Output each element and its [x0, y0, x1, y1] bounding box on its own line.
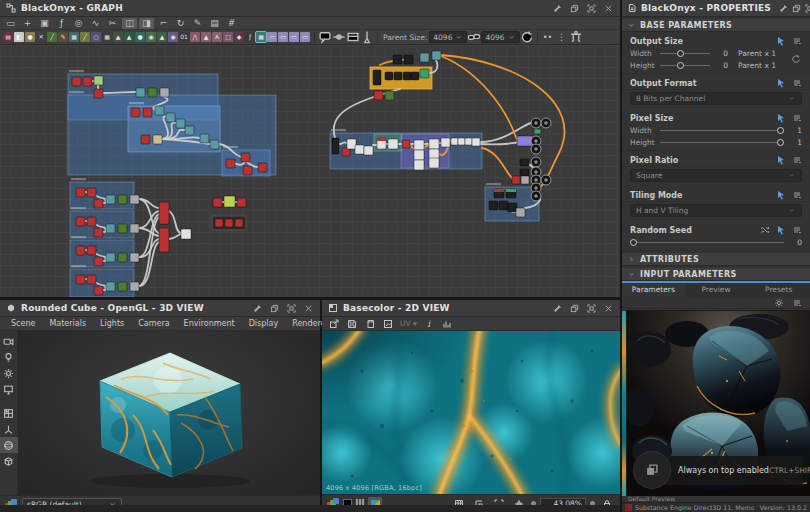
image-transform-icon[interactable] — [380, 318, 396, 330]
graph-node[interactable] — [385, 91, 394, 100]
graph-node[interactable] — [94, 257, 103, 266]
parameter-menu-icon[interactable] — [792, 78, 802, 88]
graph-node[interactable] — [373, 70, 381, 85]
graph-node[interactable] — [72, 77, 81, 86]
graph-node[interactable] — [159, 228, 169, 252]
compare-nodes-icon[interactable]: •• — [541, 31, 555, 43]
edit-tool-icon[interactable]: ✎ — [190, 18, 205, 29]
graph-node[interactable] — [241, 153, 250, 162]
shuffle-seed-icon[interactable] — [760, 225, 770, 235]
graph-node[interactable] — [451, 138, 458, 145]
node-type-tile[interactable]: ▲ — [201, 32, 211, 42]
pin-icon[interactable] — [251, 302, 264, 315]
node-type-tile[interactable]: ƒ — [245, 32, 255, 42]
frame-tool-tile[interactable]: ▭ — [289, 32, 299, 42]
pin-node-icon[interactable] — [360, 31, 374, 43]
tab-presets[interactable]: Presets — [747, 283, 810, 297]
node-type-tile[interactable]: ● — [25, 32, 35, 42]
pixel-width-slider[interactable] — [660, 126, 784, 134]
menu-display[interactable]: Display — [242, 317, 286, 331]
node-type-tile[interactable]: ◆ — [234, 32, 244, 42]
view3d-viewport[interactable] — [18, 331, 320, 495]
graph-node[interactable] — [181, 229, 191, 239]
section-attributes[interactable]: ATTRIBUTES — [622, 253, 810, 266]
graph-node[interactable] — [118, 282, 127, 291]
graph-node[interactable] — [87, 246, 96, 255]
graph-node[interactable] — [130, 224, 139, 233]
graph-node[interactable] — [106, 253, 115, 262]
list-options-icon[interactable] — [792, 298, 802, 308]
uv-overlay-toggle[interactable]: UV ▾ — [398, 318, 419, 330]
graph-node[interactable] — [118, 195, 127, 204]
close-icon[interactable] — [302, 302, 315, 315]
node-type-tile[interactable]: ╱ — [80, 32, 90, 42]
graph-node[interactable] — [403, 72, 411, 80]
geometry-sphere-icon[interactable] — [0, 437, 18, 453]
node-type-tile[interactable]: ✕ — [36, 32, 46, 42]
graph-node[interactable] — [94, 286, 103, 295]
histogram-icon[interactable] — [439, 318, 455, 330]
menu-lights[interactable]: Lights — [93, 317, 131, 331]
copy-image-icon[interactable] — [362, 318, 378, 330]
graph-node[interactable] — [136, 88, 145, 97]
graph-node[interactable] — [200, 134, 209, 143]
pixel-width-value[interactable]: 1 — [788, 126, 802, 135]
tab-preview[interactable]: Preview — [685, 283, 748, 297]
display-icon[interactable] — [0, 381, 18, 397]
reference-image-window[interactable]: Always on top enabled CTRL+SHIFT+A — [627, 311, 810, 496]
graph-node[interactable] — [225, 219, 233, 227]
node-type-tile[interactable]: ◉ — [146, 32, 156, 42]
camera-icon[interactable] — [0, 333, 18, 349]
menu-environment[interactable]: Environment — [177, 317, 242, 331]
graph-node[interactable] — [441, 138, 450, 147]
pixel-height-slider[interactable] — [660, 138, 784, 146]
environment-icon[interactable] — [0, 365, 18, 381]
output-height-value[interactable]: 0 — [714, 61, 728, 70]
light-icon[interactable] — [0, 349, 18, 365]
function-tool-icon[interactable]: ƒ — [54, 18, 69, 29]
graph-node[interactable] — [210, 140, 219, 149]
align-vertical-icon[interactable]: ⋮ — [555, 31, 569, 43]
graph-node[interactable] — [130, 253, 139, 262]
pixel-ratio-select[interactable]: Square — [630, 169, 802, 182]
graph-node[interactable] — [520, 159, 529, 166]
wireframe-cube-icon[interactable] — [0, 453, 18, 469]
graph-node[interactable] — [153, 135, 162, 144]
graph-node[interactable] — [130, 195, 139, 204]
float-window-icon[interactable] — [268, 302, 281, 315]
close-icon[interactable] — [602, 2, 615, 15]
graph-node[interactable] — [87, 275, 96, 284]
section-input-parameters[interactable]: INPUT PARAMETERS — [622, 268, 810, 281]
graph-node[interactable] — [185, 126, 194, 135]
expose-parameter-icon[interactable] — [776, 36, 786, 46]
close-icon[interactable] — [602, 302, 615, 315]
graph-node[interactable] — [388, 139, 398, 149]
random-seed-slider[interactable] — [630, 238, 784, 246]
grid-snap-icon[interactable]: # — [224, 18, 239, 29]
menu-camera[interactable]: Camera — [131, 317, 176, 331]
graph-node[interactable] — [385, 72, 393, 80]
reset-size-icon[interactable] — [520, 31, 534, 43]
graph-node[interactable] — [106, 195, 115, 204]
parameter-menu-icon[interactable] — [792, 225, 802, 235]
maximize-icon[interactable] — [285, 302, 298, 315]
tab-parameters[interactable]: Parameters — [622, 283, 685, 297]
random-seed-value[interactable]: 0 — [788, 238, 802, 247]
graph-node[interactable] — [258, 163, 267, 172]
pan-tool-icon[interactable]: + — [20, 18, 35, 29]
link-mode-straight-icon[interactable]: ◨ — [139, 18, 154, 29]
parameter-menu-icon[interactable] — [792, 36, 802, 46]
graph-node[interactable] — [143, 108, 152, 117]
graph-node[interactable] — [394, 72, 402, 80]
float-window-icon[interactable] — [568, 2, 581, 15]
pin-icon[interactable] — [551, 2, 564, 15]
layout-tool-icon[interactable]: ▤ — [207, 18, 222, 29]
view2d-canvas[interactable]: 4096 x 4096 [RGBA, 16bpc] — [322, 331, 620, 494]
graph-node[interactable] — [148, 88, 157, 97]
float-window-icon[interactable] — [568, 302, 581, 315]
graph-node[interactable] — [131, 108, 140, 117]
rotate-tool-icon[interactable]: ↻ — [173, 18, 188, 29]
expose-parameter-icon[interactable] — [776, 190, 786, 200]
graph-node[interactable] — [141, 135, 150, 144]
node-type-tile[interactable]: ⋀ — [190, 32, 200, 42]
